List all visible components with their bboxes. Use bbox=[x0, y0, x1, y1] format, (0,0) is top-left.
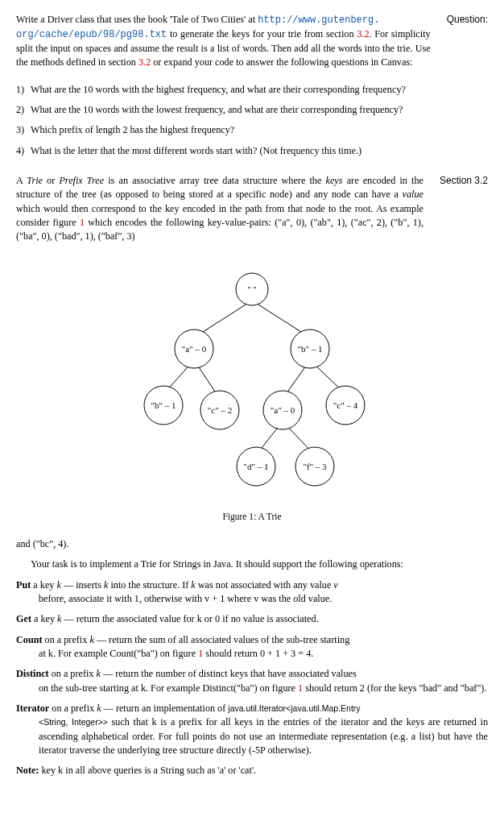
intro-text: Write a Driver class that uses the book … bbox=[16, 14, 258, 25]
op-iterator: Iterator on a prefix k — return an imple… bbox=[16, 702, 488, 757]
term-prefix-tree: Prefix Tree bbox=[59, 175, 104, 186]
section-label: Section 3.2 bbox=[440, 174, 488, 188]
op-text: should return 2 (for the keys "bad" and … bbox=[303, 682, 486, 694]
java-class: java.util.Iterator<java.util.Map.Entry bbox=[228, 703, 360, 713]
question-item: 4)What is the letter that the most diffe… bbox=[16, 144, 488, 158]
node-ba: "a" – 0 bbox=[271, 405, 295, 415]
operations-list: Put a key k — inserts k into the structu… bbox=[16, 578, 488, 778]
question-number: 4) bbox=[16, 144, 31, 158]
node-root: " " bbox=[247, 284, 257, 294]
op-count: Count on a prefix k — return the sum of … bbox=[16, 633, 488, 661]
op-text: was not associated with any value bbox=[196, 579, 334, 591]
op-text: — return the sum of all associated value… bbox=[94, 634, 349, 645]
op-text: a key bbox=[31, 613, 57, 624]
op-text: a key bbox=[31, 579, 56, 591]
term-value: value bbox=[403, 189, 423, 200]
op-text: into the structure. If bbox=[108, 579, 191, 591]
url-link-part2[interactable]: org/cache/epub/98/pg98.txt bbox=[16, 29, 167, 40]
op-head: Put bbox=[16, 579, 31, 591]
op-head: Get bbox=[16, 613, 31, 624]
section-ref-2: 3.2 bbox=[138, 56, 151, 68]
node-baf: "f" – 3 bbox=[303, 462, 327, 471]
trie-svg: " " "a" – 0 "b" – 1 "b" – 1 "c" – 2 "a" … bbox=[107, 270, 397, 504]
section-text: A bbox=[16, 175, 27, 186]
op-body: <String, Integer>> such that k is a pref… bbox=[16, 715, 488, 757]
question-number: 1) bbox=[16, 83, 31, 97]
question-number: 3) bbox=[16, 123, 31, 137]
op-body: before, associate it with 1, otherwise w… bbox=[16, 592, 488, 606]
node-a: "a" – 0 bbox=[182, 344, 207, 354]
op-text: on a prefix bbox=[49, 668, 97, 679]
java-class: <String, Integer>> bbox=[39, 717, 108, 727]
term-keys: keys bbox=[326, 175, 343, 186]
op-text: — return the number of distinct keys tha… bbox=[101, 668, 357, 679]
op-text: — return an implementation of bbox=[101, 703, 229, 714]
section-text: or bbox=[43, 175, 59, 186]
after-figure-line: and ("bc", 4). bbox=[16, 537, 488, 551]
note-head: Note: bbox=[16, 765, 39, 776]
op-body: at k. For example Count("ba") on figure … bbox=[16, 647, 488, 661]
intro-text-b: to generate the keys for your trie from … bbox=[167, 28, 357, 39]
op-distinct: Distinct on a prefix k — return the numb… bbox=[16, 667, 488, 695]
question-item: 2)What are the 10 words with the lowest … bbox=[16, 103, 488, 117]
section-text: is an associative array tree data struct… bbox=[104, 175, 325, 186]
op-text: on a prefix bbox=[49, 703, 97, 714]
op-text: on a prefix bbox=[43, 634, 90, 645]
url-link-part1[interactable]: http://www.gutenberg. bbox=[258, 15, 379, 26]
node-bc: "c" – 4 bbox=[333, 400, 358, 410]
figure-caption: Figure 1: A Trie bbox=[16, 510, 488, 523]
question-item: 3)Which prefix of length 2 has the highe… bbox=[16, 123, 488, 137]
node-bad: "d" – 1 bbox=[244, 462, 269, 471]
term-trie: Trie bbox=[27, 175, 43, 186]
trie-figure: " " "a" – 0 "b" – 1 "b" – 1 "c" – 2 "a" … bbox=[16, 270, 488, 523]
section-ref: 3.2 bbox=[357, 28, 369, 39]
task-paragraph: Your task is to implement a Trie for Str… bbox=[16, 558, 488, 571]
op-text: on the sub-tree starting at k. For examp… bbox=[39, 682, 298, 694]
op-put: Put a key k — inserts k into the structu… bbox=[16, 578, 488, 607]
op-var: v bbox=[333, 579, 337, 591]
op-note: Note: key k in all above queries is a St… bbox=[16, 764, 488, 777]
op-text: should return 0 + 1 + 3 = 4. bbox=[203, 648, 313, 659]
intro-text-d: or expand your code to answer the follow… bbox=[151, 56, 412, 68]
node-ac: "c" – 2 bbox=[208, 405, 232, 415]
op-head: Count bbox=[16, 634, 43, 645]
node-ab: "b" – 1 bbox=[151, 400, 176, 410]
question-text: What is the letter that the most differe… bbox=[31, 144, 488, 158]
question-text: Which prefix of length 2 has the highest… bbox=[31, 123, 488, 137]
question-text: What are the 10 words with the lowest fr… bbox=[31, 103, 488, 117]
question-number: 2) bbox=[16, 103, 31, 117]
op-head: Distinct bbox=[16, 668, 49, 679]
op-text: at k. For example Count("ba") on figure bbox=[39, 648, 198, 659]
intro-paragraph: Write a Driver class that uses the book … bbox=[16, 13, 431, 70]
op-body: on the sub-tree starting at k. For examp… bbox=[16, 682, 488, 695]
section-paragraph: A Trie or Prefix Tree is an associative … bbox=[16, 174, 423, 244]
op-text: — inserts bbox=[61, 579, 104, 591]
op-head: Iterator bbox=[16, 703, 49, 714]
op-text: — return the associated value for k or 0… bbox=[62, 613, 319, 624]
question-label: Question: bbox=[447, 13, 488, 27]
question-list: 1)What are the 10 words with the highest… bbox=[16, 83, 488, 158]
question-item: 1)What are the 10 words with the highest… bbox=[16, 83, 488, 97]
question-text: What are the 10 words with the highest f… bbox=[31, 83, 488, 97]
note-body: key k in all above queries is a String s… bbox=[39, 765, 256, 776]
node-b: "b" – 1 bbox=[298, 344, 323, 354]
op-get: Get a key k — return the associated valu… bbox=[16, 612, 488, 626]
